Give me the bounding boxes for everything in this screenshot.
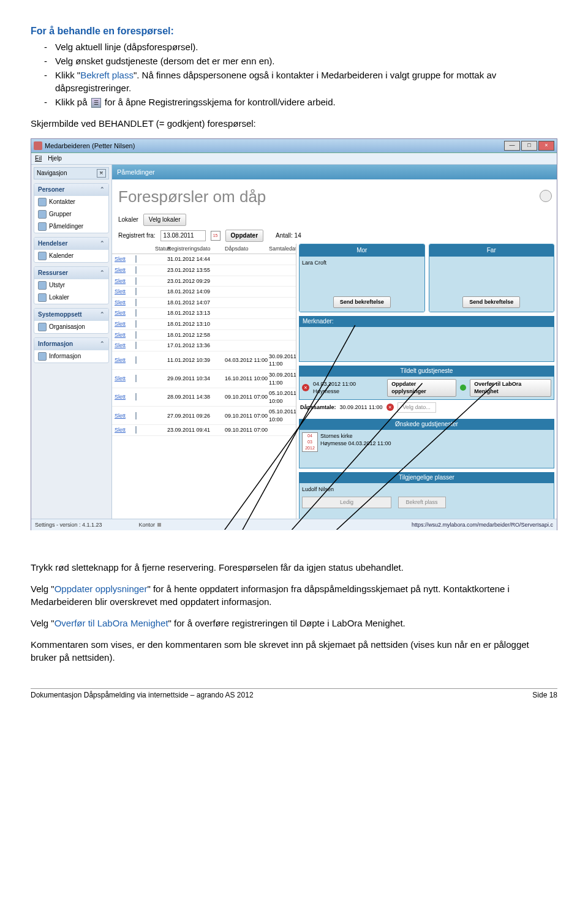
reg-date: 18.01.2012 14:09	[167, 288, 225, 296]
slett-link[interactable]: Slett	[115, 277, 135, 285]
sidebar-group-head[interactable]: Hendelser⌃	[34, 238, 108, 250]
reg-fra-label: Registrert fra:	[118, 231, 156, 240]
sidebar-item[interactable]: Påmeldinger	[34, 220, 108, 233]
dap-date: 09.10.2011 07:00	[225, 412, 269, 420]
list-row[interactable]: Slett28.09.2011 14:3809.10.2011 07:0005.…	[112, 388, 296, 407]
far-send-button[interactable]: Send bekreftelse	[462, 296, 520, 308]
sidebar-item[interactable]: Organisasjon	[34, 321, 108, 333]
merknader-header: Merknader:	[299, 316, 554, 327]
menu-help[interactable]: Hjelp	[48, 154, 62, 163]
status-version: Settings - version : 4.1.1.23	[35, 521, 102, 529]
menu-file[interactable]: Eil	[35, 154, 42, 163]
settings-gear-icon[interactable]	[540, 190, 552, 202]
form-icon[interactable]	[135, 412, 137, 419]
form-icon[interactable]	[135, 426, 137, 434]
sam-date: 05.10.2011 10:00	[269, 408, 296, 423]
calendar-icon[interactable]: 15	[211, 231, 221, 241]
slett-link[interactable]: Slett	[115, 342, 135, 350]
list-row[interactable]: Slett23.09.2011 09:4109.10.2011 07:00	[112, 425, 296, 436]
sidebar-group-head[interactable]: Ressurser⌃	[34, 267, 108, 279]
minimize-button[interactable]: —	[504, 141, 520, 151]
velg-dato-button[interactable]: Velg dato...	[398, 402, 436, 413]
tildelt-row: × 04.03.2012 11:00 Høymesse Oppdater opp…	[299, 377, 554, 400]
slett-link[interactable]: Slett	[115, 393, 135, 401]
list-row[interactable]: Slett29.09.2011 10:3416.10.2011 10:0030.…	[112, 370, 296, 388]
list-row[interactable]: Slett18.01.2012 14:09	[112, 287, 296, 298]
form-icon[interactable]	[135, 299, 137, 306]
sidebar-item-icon	[38, 281, 47, 290]
close-button[interactable]: ×	[538, 141, 554, 151]
dap-date: 09.10.2011 07:00	[225, 426, 269, 434]
form-icon[interactable]	[135, 393, 137, 400]
dap-date: 04.03.2012 11:00	[225, 356, 269, 364]
overfor-button[interactable]: Overfør til LabOra Menighet	[470, 379, 551, 397]
form-icon[interactable]	[135, 288, 137, 295]
form-icon[interactable]	[135, 356, 137, 364]
form-icon[interactable]	[135, 277, 137, 285]
sidebar-group-head[interactable]: Personer⌃	[34, 184, 108, 196]
sidebar: Navigasjon ⤧ Personer⌃KontakterGrupperPå…	[31, 165, 112, 519]
list-row[interactable]: Slett18.01.2012 12:58	[112, 330, 296, 341]
sidebar-item[interactable]: Kalender	[34, 250, 108, 262]
far-header: Far	[429, 244, 554, 257]
form-icon[interactable]	[135, 266, 137, 274]
mor-header: Mor	[300, 244, 424, 257]
slett-link[interactable]: Slett	[115, 356, 135, 364]
maximize-button[interactable]: □	[521, 141, 537, 151]
slett-link[interactable]: Slett	[115, 266, 135, 274]
sidebar-item-label: Lokaler	[49, 293, 69, 302]
sidebar-item-icon	[38, 293, 47, 302]
sidebar-group-head[interactable]: Informasjon⌃	[34, 338, 108, 350]
sidebar-item[interactable]: Informasjon	[34, 350, 108, 363]
doc-heading: For å behandle en forespørsel:	[31, 24, 557, 38]
list-row[interactable]: Slett18.01.2012 13:13	[112, 308, 296, 319]
list-row[interactable]: Slett18.01.2012 13:10	[112, 319, 296, 330]
sidebar-item-label: Utstyr	[49, 281, 65, 290]
form-icon[interactable]	[135, 375, 137, 382]
slett-link[interactable]: Slett	[115, 299, 135, 307]
sidebar-group: Hendelser⌃Kalender	[34, 237, 109, 263]
velg-lokaler-button[interactable]: Velg lokaler	[143, 214, 186, 226]
dap-date: 16.10.2011 10:00	[225, 375, 269, 383]
list-row[interactable]: Slett23.01.2012 09:29	[112, 276, 296, 287]
form-icon[interactable]	[135, 309, 137, 317]
slett-link[interactable]: Slett	[115, 331, 135, 339]
sidebar-group-head[interactable]: Systemoppsett⌃	[34, 309, 108, 321]
slett-link[interactable]: Slett	[115, 255, 135, 263]
dropdown-icon[interactable]	[157, 523, 161, 527]
list-row[interactable]: Slett31.01.2012 14:44	[112, 254, 296, 265]
slett-link[interactable]: Slett	[115, 426, 135, 434]
sidebar-item[interactable]: Grupper	[34, 208, 108, 220]
sidebar-item[interactable]: Lokaler	[34, 291, 108, 304]
delete-assignment-icon[interactable]: ×	[302, 384, 309, 391]
page-tab[interactable]: Påmeldinger	[112, 165, 557, 179]
list-row[interactable]: Slett11.01.2012 10:3904.03.2012 11:0030.…	[112, 351, 296, 370]
slett-link[interactable]: Slett	[115, 375, 135, 383]
list-row[interactable]: Slett23.01.2012 13:55	[112, 265, 296, 276]
slett-link[interactable]: Slett	[115, 309, 135, 317]
list-row[interactable]: Slett27.09.2011 09:2609.10.2011 07:0005.…	[112, 407, 296, 425]
slett-link[interactable]: Slett	[115, 320, 135, 328]
form-icon[interactable]	[135, 255, 137, 263]
daps-delete-icon[interactable]: ×	[386, 404, 394, 411]
page-footer: Dokumentasjon Dåpspåmelding via internet…	[31, 688, 557, 701]
oppdater-opplysninger-button[interactable]: Oppdater opplysninger	[387, 379, 456, 397]
pin-icon[interactable]: ⤧	[97, 169, 106, 177]
merknader-body[interactable]	[299, 327, 554, 362]
form-icon[interactable]	[135, 342, 137, 349]
slett-link[interactable]: Slett	[115, 288, 135, 296]
list-row[interactable]: Slett17.01.2012 13:36	[112, 340, 296, 351]
sidebar-item[interactable]: Utstyr	[34, 279, 108, 291]
date-input[interactable]: 13.08.2011	[160, 230, 206, 241]
form-icon[interactable]	[135, 331, 137, 339]
dapssamtale-row: Dåpssamtale: 30.09.2011 11:00 × Velg dat…	[299, 400, 554, 415]
bekreft-plass-button[interactable]: Bekreft plass	[398, 497, 446, 508]
sidebar-item-label: Informasjon	[49, 352, 81, 361]
bullet-3: Klikk "Bekreft plass". Nå finnes dåpsper…	[44, 69, 557, 94]
oppdater-button[interactable]: Oppdater	[225, 230, 263, 242]
form-icon[interactable]	[135, 320, 137, 328]
slett-link[interactable]: Slett	[115, 412, 135, 420]
sidebar-item[interactable]: Kontakter	[34, 196, 108, 208]
mor-send-button[interactable]: Send bekreftelse	[333, 296, 391, 308]
list-row[interactable]: Slett18.01.2012 14:07	[112, 298, 296, 309]
